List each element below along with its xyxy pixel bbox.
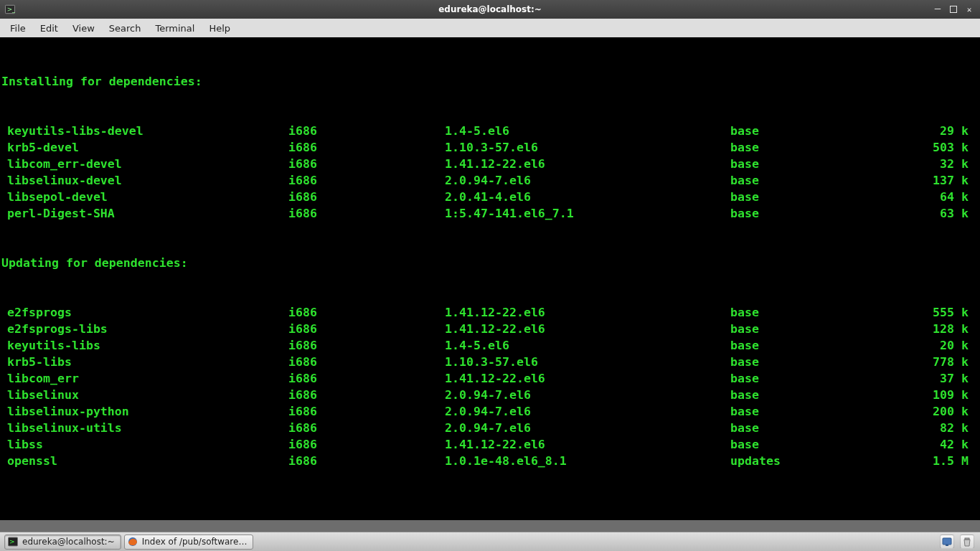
pkg-repo: base	[730, 387, 895, 403]
menu-search-label: Search	[109, 23, 141, 34]
window-title: edureka@localhost:~	[438, 4, 542, 14]
pkg-name: libss	[1, 436, 288, 453]
pkg-repo: base	[730, 420, 895, 436]
tray-desktop-icon[interactable]	[940, 534, 954, 549]
pkg-name: e2fsprogs	[1, 304, 288, 321]
pkg-arch: i686	[288, 453, 445, 469]
terminal-output[interactable]: Installing for dependencies: keyutils-li…	[0, 37, 980, 520]
taskbar-item-label: edureka@localhost:~	[22, 537, 115, 547]
pkg-arch: i686	[288, 370, 445, 387]
pkg-version: 1.0.1e-48.el6_8.1	[445, 453, 730, 469]
package-row: openssli6861.0.1e-48.el6_8.1updates1.5 M	[1, 453, 979, 469]
package-row: e2fsprogsi6861.41.12-22.el6base555 k	[1, 304, 979, 321]
package-row: keyutils-libs-develi6861.4-5.el6base29 k	[1, 123, 979, 139]
package-row: krb5-libsi6861.10.3-57.el6base778 k	[1, 354, 979, 370]
firefox-icon	[128, 537, 138, 547]
taskbar-item-terminal[interactable]: > edureka@localhost:~	[4, 534, 121, 550]
package-row: libselinux-pythoni6862.0.94-7.el6base200…	[1, 403, 979, 420]
pkg-arch: i686	[288, 321, 445, 337]
window-close-button[interactable]	[963, 3, 976, 16]
window-maximize-button[interactable]	[950, 6, 957, 13]
blank-line	[1, 502, 979, 519]
pkg-size: 64 k	[895, 189, 979, 205]
package-row: libsepol-develi6862.0.41-4.el6base64 k	[1, 189, 979, 205]
pkg-size: 778 k	[895, 354, 979, 370]
pkg-repo: base	[730, 156, 895, 172]
pkg-version: 1:5.47-141.el6_7.1	[445, 205, 730, 222]
taskbar-item-firefox[interactable]: Index of /pub/software…	[124, 534, 254, 550]
menu-bar: File Edit View Search Terminal Help	[0, 19, 980, 37]
pkg-repo: base	[730, 337, 895, 354]
pkg-size: 29 k	[895, 123, 979, 139]
package-row: libcom_err-develi6861.41.12-22.el6base32…	[1, 156, 979, 172]
pkg-size: 128 k	[895, 321, 979, 337]
pkg-repo: base	[730, 139, 895, 156]
pkg-repo: base	[730, 304, 895, 321]
pkg-version: 2.0.94-7.el6	[445, 403, 730, 420]
terminal-icon: >	[8, 537, 18, 547]
svg-rect-5	[943, 538, 951, 545]
package-row: e2fsprogs-libsi6861.41.12-22.el6base128 …	[1, 321, 979, 337]
menu-edit[interactable]: Edit	[33, 19, 65, 37]
menu-search[interactable]: Search	[102, 19, 149, 37]
install-deps-header: Installing for dependencies:	[1, 73, 979, 90]
pkg-repo: base	[730, 436, 895, 453]
package-row: libcom_erri6861.41.12-22.el6base37 k	[1, 370, 979, 387]
pkg-size: 1.5 M	[895, 453, 979, 469]
pkg-arch: i686	[288, 205, 445, 222]
svg-text:>_: >_	[7, 6, 15, 13]
pkg-arch: i686	[288, 304, 445, 321]
pkg-name: libselinux	[1, 387, 288, 403]
window-minimize-button[interactable]	[931, 3, 944, 16]
pkg-version: 1.41.12-22.el6	[445, 370, 730, 387]
package-row: libselinuxi6862.0.94-7.el6base109 k	[1, 387, 979, 403]
pkg-name: libselinux-utils	[1, 420, 288, 436]
pkg-repo: base	[730, 370, 895, 387]
svg-rect-6	[946, 545, 948, 546]
menu-file-label: File	[10, 23, 26, 34]
pkg-repo: base	[730, 205, 895, 222]
pkg-size: 82 k	[895, 420, 979, 436]
pkg-name: libsepol-devel	[1, 189, 288, 205]
pkg-name: keyutils-libs-devel	[1, 123, 288, 139]
pkg-arch: i686	[288, 172, 445, 189]
pkg-version: 2.0.94-7.el6	[445, 387, 730, 403]
tray-trash-icon[interactable]	[960, 534, 974, 549]
pkg-size: 503 k	[895, 139, 979, 156]
menu-help-label: Help	[209, 23, 230, 34]
pkg-repo: updates	[730, 453, 895, 469]
pkg-repo: base	[730, 123, 895, 139]
package-row: libssi6861.41.12-22.el6base42 k	[1, 436, 979, 453]
pkg-arch: i686	[288, 156, 445, 172]
pkg-version: 1.10.3-57.el6	[445, 354, 730, 370]
pkg-version: 1.41.12-22.el6	[445, 304, 730, 321]
terminal-icon: >_	[4, 4, 16, 15]
pkg-size: 109 k	[895, 387, 979, 403]
svg-text:>: >	[9, 538, 15, 545]
pkg-size: 42 k	[895, 436, 979, 453]
pkg-repo: base	[730, 189, 895, 205]
pkg-arch: i686	[288, 387, 445, 403]
menu-terminal-label: Terminal	[155, 23, 194, 34]
pkg-name: krb5-libs	[1, 354, 288, 370]
pkg-arch: i686	[288, 139, 445, 156]
pkg-size: 37 k	[895, 370, 979, 387]
pkg-name: perl-Digest-SHA	[1, 205, 288, 222]
menu-view[interactable]: View	[65, 19, 102, 37]
pkg-name: keyutils-libs	[1, 337, 288, 354]
menu-edit-label: Edit	[40, 23, 58, 34]
menu-terminal[interactable]: Terminal	[148, 19, 202, 37]
taskbar: > edureka@localhost:~ Index of /pub/soft…	[0, 532, 980, 551]
package-row: libselinux-utilsi6862.0.94-7.el6base82 k	[1, 420, 979, 436]
menu-help[interactable]: Help	[202, 19, 237, 37]
package-row: krb5-develi6861.10.3-57.el6base503 k	[1, 139, 979, 156]
pkg-arch: i686	[288, 436, 445, 453]
svg-rect-7	[965, 538, 969, 540]
pkg-arch: i686	[288, 337, 445, 354]
pkg-version: 1.10.3-57.el6	[445, 139, 730, 156]
menu-file[interactable]: File	[3, 19, 33, 37]
pkg-size: 20 k	[895, 337, 979, 354]
pkg-version: 1.41.12-22.el6	[445, 321, 730, 337]
pkg-size: 200 k	[895, 403, 979, 420]
window-titlebar: >_ edureka@localhost:~	[0, 0, 980, 19]
